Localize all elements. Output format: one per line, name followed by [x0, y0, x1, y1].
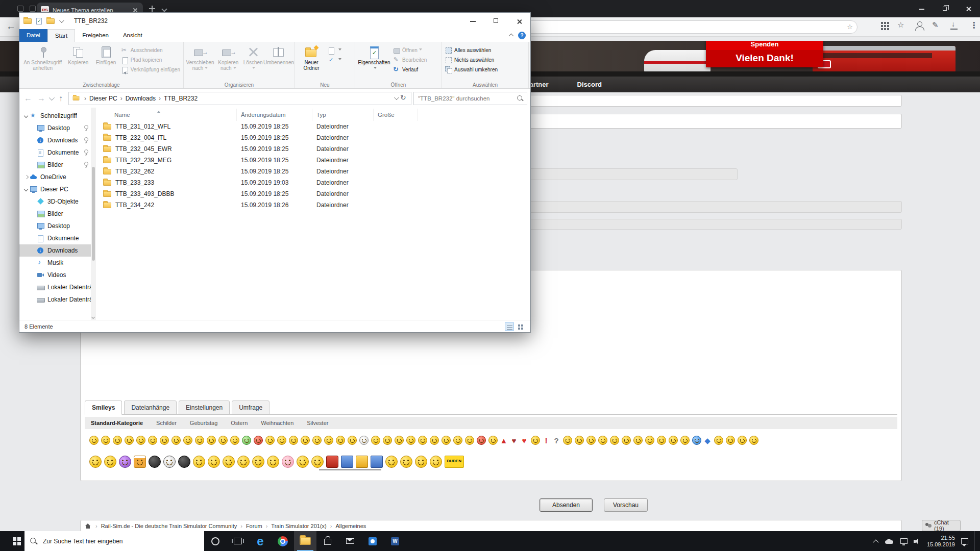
smiley-nomouth[interactable]: [430, 436, 439, 445]
smiley-whistle[interactable]: [657, 436, 666, 445]
smiley-winktongue[interactable]: [645, 436, 654, 445]
smiley-laugh[interactable]: [172, 436, 181, 445]
smiley-runner[interactable]: [297, 456, 309, 468]
explorer-search-field[interactable]: [413, 92, 527, 105]
donation-banner[interactable]: Spenden Vielen Dank!: [706, 41, 823, 67]
smiley-joy[interactable]: [348, 436, 357, 445]
smiley-slight[interactable]: [312, 436, 322, 445]
new-tab-button[interactable]: [149, 6, 155, 12]
smiley-cat2[interactable]: [680, 436, 690, 445]
explorer-menu-tab-start[interactable]: Start: [47, 29, 75, 42]
smiley-category-schilder[interactable]: Schilder: [156, 420, 177, 426]
smiley-rolleyes[interactable]: [622, 436, 631, 445]
sidebar-item-bilder[interactable]: Bilder: [19, 159, 96, 171]
smiley-pig[interactable]: [282, 456, 294, 468]
sidebar-item-dokumente[interactable]: Dokumente: [19, 232, 96, 244]
action-center-icon[interactable]: [961, 538, 968, 544]
help-icon[interactable]: [518, 32, 526, 39]
smiley-category-silvester[interactable]: Silvester: [307, 420, 328, 426]
column-header-änderungsdatum[interactable]: Änderungsdatum: [237, 109, 312, 121]
nav-back-icon[interactable]: [22, 93, 34, 104]
menu-icon[interactable]: [967, 21, 976, 30]
sidebar-scrollbar[interactable]: [91, 108, 96, 320]
editor-tab-dateianhänge[interactable]: Dateianhänge: [124, 400, 177, 415]
smiley-kicker[interactable]: [193, 456, 205, 468]
smiley-purple-imp[interactable]: [119, 456, 131, 468]
scrollbar-thumb[interactable]: [92, 167, 95, 260]
easy-access-button[interactable]: [326, 55, 343, 65]
smiley-sick[interactable]: [488, 436, 498, 445]
explorer-menu-tab-ansicht[interactable]: Ansicht: [116, 29, 150, 42]
address-crumb-ttb-br232[interactable]: TTB_BR232: [164, 95, 198, 102]
copy-path-button[interactable]: Pfad kopieren: [120, 55, 182, 65]
address-crumb-dieser-pc[interactable]: Dieser PC: [89, 95, 117, 102]
back-icon[interactable]: [6, 21, 17, 33]
sidebar-item-dokumente[interactable]: Dokumente: [19, 146, 96, 159]
open-button[interactable]: Öffnen: [391, 45, 428, 55]
smiley-troll[interactable]: [749, 436, 758, 445]
move-to-button[interactable]: Verschieben nach: [185, 43, 215, 71]
explorer-search-input[interactable]: [417, 95, 517, 102]
volume-tray-icon[interactable]: [914, 538, 921, 544]
mail-taskbar-button[interactable]: [339, 531, 361, 551]
smiley-party[interactable]: [385, 456, 398, 468]
details-view-button[interactable]: [505, 322, 514, 331]
onedrive-tray-icon[interactable]: [885, 539, 894, 544]
profile-icon[interactable]: [915, 21, 924, 30]
smiley-bomb[interactable]: [178, 456, 190, 468]
smiley-unamused[interactable]: [301, 436, 310, 445]
smiley-imp[interactable]: [383, 436, 392, 445]
smiley-cry[interactable]: [160, 436, 169, 445]
file-row[interactable]: TTB_232_045_EWR15.09.2019 18:25Dateiordn…: [101, 143, 530, 155]
smiley-cat[interactable]: [669, 436, 678, 445]
smiley-train-car[interactable]: [341, 456, 353, 468]
address-crumb-downloads[interactable]: Downloads: [126, 95, 156, 102]
smiley-duden[interactable]: DUDEN: [445, 456, 464, 468]
photos-taskbar-button[interactable]: [361, 531, 384, 551]
smiley-redface[interactable]: [254, 436, 263, 445]
smiley-gem[interactable]: ◆: [704, 436, 712, 445]
sidebar-item-bilder[interactable]: Bilder: [19, 208, 96, 220]
browser-extension-icon[interactable]: [17, 6, 23, 12]
smiley-skull[interactable]: [359, 436, 369, 445]
rename-button[interactable]: Umbenennen: [264, 43, 293, 65]
smiley-blank[interactable]: [265, 436, 275, 445]
smiley-angry[interactable]: [113, 436, 122, 445]
smiley-category-weihnachten[interactable]: Weihnachten: [261, 420, 293, 426]
pin-quick-access-button[interactable]: An Schnellzugriff anheften: [21, 43, 64, 71]
tab-list-chevron-icon[interactable]: [161, 6, 167, 12]
sidebar-item-musik[interactable]: Musik: [19, 257, 96, 269]
submit-button[interactable]: Absenden: [540, 498, 593, 512]
copy-button[interactable]: Kopieren: [64, 43, 92, 65]
home-icon[interactable]: [85, 523, 91, 529]
edit-button[interactable]: Bearbeiten: [391, 55, 428, 65]
copy-to-button[interactable]: Kopieren nach: [215, 43, 241, 71]
smiley-laughtears[interactable]: [267, 456, 279, 468]
browser-restore-button[interactable]: [933, 0, 957, 17]
smiley-thought[interactable]: [311, 456, 324, 468]
breadcrumb-item[interactable]: Allgemeines: [335, 523, 366, 529]
word-taskbar-button[interactable]: [384, 531, 406, 551]
address-breadcrumb-field[interactable]: ›Dieser PC›Downloads›TTB_BR232: [68, 92, 411, 105]
smiley-smile[interactable]: [89, 436, 99, 445]
smiley-soccer[interactable]: [163, 456, 176, 468]
file-row[interactable]: TTB_233_493_DBBB15.09.2019 18:25Dateiord…: [101, 188, 530, 199]
smiley-rock-hand[interactable]: [531, 436, 540, 445]
file-row[interactable]: TTB_231_012_WFL15.09.2019 18:25Dateiordn…: [101, 121, 530, 132]
smiley-idea[interactable]: [563, 436, 572, 445]
file-row[interactable]: TTB_232_26215.09.2019 18:25Dateiordner: [101, 166, 530, 177]
smiley-rofl[interactable]: [89, 456, 102, 468]
smiley-confused[interactable]: [277, 436, 286, 445]
sidebar-item-desktop[interactable]: Desktop: [19, 122, 96, 134]
explorer-menu-tab-freigeben[interactable]: Freigeben: [75, 29, 116, 42]
smiley-tongue[interactable]: [125, 436, 134, 445]
task-view-button[interactable]: [227, 531, 249, 551]
column-header-typ[interactable]: Typ: [312, 109, 374, 121]
edit-icon[interactable]: [932, 21, 941, 30]
smiley-clown[interactable]: [336, 436, 345, 445]
nav-up-icon[interactable]: [55, 93, 66, 104]
column-header-größe[interactable]: Größe: [374, 109, 418, 121]
smiley-green[interactable]: [242, 436, 251, 445]
smiley-train-engine[interactable]: [326, 456, 338, 468]
history-button[interactable]: Verlauf: [391, 65, 428, 74]
